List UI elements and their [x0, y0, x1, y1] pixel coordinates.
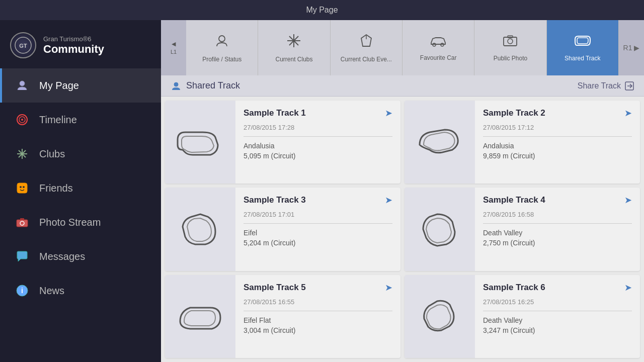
- svg-point-11: [20, 186, 22, 188]
- svg-rect-13: [17, 220, 28, 227]
- track-thumbnail-1: [165, 101, 235, 184]
- sidebar-item-friends[interactable]: Friends: [0, 171, 161, 205]
- track-card-3[interactable]: Sample Track 3 ➤ 27/08/2015 17:01 Eifel …: [165, 188, 400, 270]
- track-distance-1: 5,095 m (Circuit): [244, 152, 392, 160]
- community-label: Community: [43, 43, 104, 56]
- section-header: Shared Track Share Track: [161, 75, 644, 97]
- sidebar-item-news-label: News: [39, 285, 64, 297]
- share-track-action[interactable]: Share Track: [578, 81, 634, 90]
- person-icon: [14, 77, 30, 94]
- track-thumbnail-2: [405, 101, 475, 184]
- sidebar-item-photo-stream[interactable]: Photo Stream: [0, 205, 161, 239]
- track-info-6: Sample Track 6 ➤ 27/08/2015 16:25 Death …: [475, 275, 640, 358]
- sidebar-item-my-page[interactable]: My Page: [0, 68, 161, 103]
- sidebar-item-clubs[interactable]: Clubs: [0, 137, 161, 171]
- logo-text: Gran Turismo®6 Community: [43, 35, 104, 56]
- track-location-2: Andalusia: [483, 142, 632, 150]
- section-title-icon: [171, 81, 181, 91]
- photo-tab-icon: [503, 34, 518, 51]
- track-name-row-2: Sample Track 2 ➤: [483, 108, 632, 119]
- track-grid: Sample Track 1 ➤ 27/08/2015 17:28 Andalu…: [161, 97, 644, 362]
- track-divider-3: [244, 223, 392, 224]
- smiley-icon: [14, 180, 30, 196]
- track-name-row-4: Sample Track 4 ➤: [483, 195, 632, 206]
- page-title: My Page: [306, 6, 338, 15]
- tab-favourite-car[interactable]: Favourite Car: [403, 20, 474, 75]
- sidebar-item-friends-label: Friends: [39, 183, 73, 194]
- sidebar-item-news[interactable]: i News: [0, 274, 161, 308]
- track-location-6: Death Valley: [483, 316, 632, 324]
- sidebar-item-messages[interactable]: Messages: [0, 239, 161, 274]
- svg-point-18: [219, 36, 225, 42]
- track-share-icon-4[interactable]: ➤: [624, 195, 632, 206]
- track-date-6: 27/08/2015 16:25: [483, 298, 632, 306]
- section-title: Shared Track: [171, 80, 240, 91]
- track-card-5[interactable]: Sample Track 5 ➤ 27/08/2015 16:55 Eifel …: [165, 275, 400, 358]
- track-distance-4: 2,750 m (Circuit): [483, 239, 632, 247]
- tab-current-clubs-label: Current Clubs: [275, 56, 312, 63]
- svg-point-2: [20, 81, 25, 86]
- tab-public-photo[interactable]: Public Photo: [474, 20, 546, 75]
- share-track-label: Share Track: [578, 81, 621, 90]
- track-share-icon-6[interactable]: ➤: [624, 282, 632, 293]
- tab-club-events[interactable]: Current Club Eve...: [331, 20, 403, 75]
- track-name-4: Sample Track 4: [483, 195, 545, 205]
- track-date-2: 27/08/2015 17:12: [483, 124, 632, 131]
- sidebar-item-clubs-label: Clubs: [39, 148, 65, 160]
- target-icon: [14, 112, 30, 128]
- snowflake-icon: [14, 146, 30, 162]
- track-card-6[interactable]: Sample Track 6 ➤ 27/08/2015 16:25 Death …: [405, 275, 640, 358]
- right-nav-label: R1 ▶: [623, 44, 640, 52]
- profile-tab-icon: [214, 33, 229, 52]
- tab-favourite-car-label: Favourite Car: [420, 54, 457, 61]
- tab-nav-right[interactable]: R1 ▶: [619, 20, 644, 75]
- sidebar-item-my-page-label: My Page: [39, 80, 79, 92]
- track-share-icon-2[interactable]: ➤: [624, 108, 632, 119]
- clubs-tab-icon: [286, 33, 301, 52]
- track-share-icon-3[interactable]: ➤: [385, 195, 392, 206]
- track-share-icon-1[interactable]: ➤: [385, 108, 392, 119]
- sidebar-item-timeline[interactable]: Timeline: [0, 103, 161, 137]
- track-distance-6: 3,247 m (Circuit): [483, 326, 632, 334]
- bubble-icon: [14, 248, 30, 264]
- sidebar: GT Gran Turismo®6 Community My Page: [0, 20, 161, 362]
- tab-bar: ◀ L1 Profile / Status: [161, 20, 644, 75]
- track-distance-3: 5,204 m (Circuit): [244, 239, 392, 247]
- svg-text:GT: GT: [19, 43, 27, 49]
- track-name-3: Sample Track 3: [244, 195, 306, 205]
- track-divider-2: [483, 136, 632, 137]
- track-card-4[interactable]: Sample Track 4 ➤ 27/08/2015 16:58 Death …: [405, 188, 640, 270]
- svg-point-27: [508, 39, 513, 44]
- track-card-1[interactable]: Sample Track 1 ➤ 27/08/2015 17:28 Andalu…: [165, 101, 400, 184]
- track-name-1: Sample Track 1: [244, 108, 306, 118]
- tab-shared-track[interactable]: Shared Track: [547, 20, 619, 75]
- track-info-4: Sample Track 4 ➤ 27/08/2015 16:58 Death …: [475, 188, 640, 270]
- sidebar-logo: GT Gran Turismo®6 Community: [0, 25, 161, 68]
- track-info-1: Sample Track 1 ➤ 27/08/2015 17:28 Andalu…: [235, 101, 400, 184]
- tab-current-clubs[interactable]: Current Clubs: [258, 20, 330, 75]
- events-tab-icon: [359, 33, 374, 52]
- track-name-row-3: Sample Track 3 ➤: [244, 195, 392, 206]
- track-card-2[interactable]: Sample Track 2 ➤ 27/08/2015 17:12 Andalu…: [405, 101, 640, 184]
- svg-point-24: [433, 43, 436, 46]
- main-layout: GT Gran Turismo®6 Community My Page: [0, 20, 644, 362]
- tab-shared-track-label: Shared Track: [565, 55, 600, 62]
- tab-nav-left[interactable]: ◀ L1: [161, 20, 186, 75]
- track-name-row-5: Sample Track 5 ➤: [244, 282, 392, 293]
- track-date-5: 27/08/2015 16:55: [244, 298, 392, 306]
- sidebar-nav: My Page Timeline: [0, 68, 161, 362]
- track-thumbnail-5: [165, 275, 235, 358]
- camera-icon: [14, 214, 30, 230]
- track-date-3: 27/08/2015 17:01: [244, 211, 392, 218]
- track-location-5: Eifel Flat: [244, 316, 392, 324]
- svg-point-5: [21, 119, 23, 121]
- track-info-3: Sample Track 3 ➤ 27/08/2015 17:01 Eifel …: [235, 188, 400, 270]
- svg-point-25: [441, 43, 444, 46]
- tab-profile[interactable]: Profile / Status: [186, 20, 258, 75]
- track-divider-6: [483, 311, 632, 311]
- tab-club-events-label: Current Club Eve...: [341, 56, 392, 63]
- track-thumbnail-3: [165, 188, 235, 270]
- left-nav-label: ◀ L1: [171, 41, 177, 55]
- track-name-row-1: Sample Track 1 ➤: [244, 108, 392, 119]
- track-share-icon-5[interactable]: ➤: [385, 282, 392, 293]
